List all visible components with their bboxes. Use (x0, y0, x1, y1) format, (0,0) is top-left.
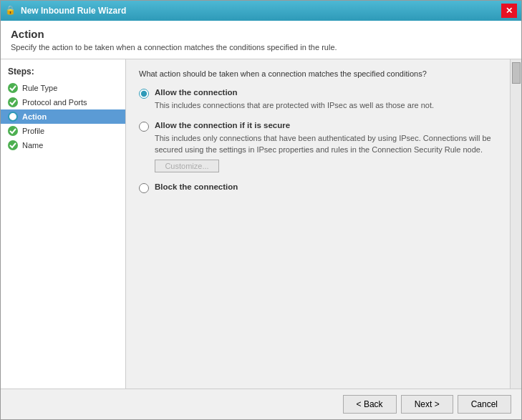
radio-group: Allow the connection This includes conne… (139, 88, 497, 193)
option-allow-secure: Allow the connection if it is secure Thi… (139, 121, 497, 172)
close-button[interactable]: ✕ (501, 4, 517, 18)
scrollbar[interactable] (510, 59, 521, 389)
desc-allow-secure: This includes only connections that have… (155, 133, 497, 155)
main-panel: What action should be taken when a conne… (126, 59, 510, 389)
step-label-profile: Profile (22, 127, 44, 135)
page-title: Action (11, 28, 511, 40)
footer: < Back Next > Cancel (1, 389, 521, 419)
content-area: Steps: Rule Type Protocol and Ports (1, 59, 521, 389)
label-block: Block the connection (155, 182, 238, 191)
window: 🔒 New Inbound Rule Wizard ✕ Action Speci… (0, 0, 522, 420)
radio-allow-secure[interactable] (139, 122, 149, 132)
sidebar-item-name[interactable]: Name (1, 138, 125, 152)
question-text: What action should be taken when a conne… (139, 69, 497, 78)
customize-button[interactable]: Customize... (155, 160, 219, 172)
step-label-action: Action (22, 112, 47, 121)
app-icon: 🔒 (5, 5, 16, 16)
desc-allow: This includes connections that are prote… (155, 100, 497, 111)
option-block: Block the connection (139, 182, 497, 193)
sidebar-item-profile[interactable]: Profile (1, 124, 125, 138)
title-bar-text: New Inbound Rule Wizard (21, 6, 126, 16)
check-icon (9, 127, 16, 135)
sidebar: Steps: Rule Type Protocol and Ports (1, 59, 126, 389)
radio-block[interactable] (139, 183, 149, 193)
step-dot-profile (8, 126, 18, 136)
label-allow: Allow the connection (155, 88, 238, 97)
step-label-rule-type: Rule Type (22, 84, 57, 92)
sidebar-item-action[interactable]: Action (1, 109, 125, 124)
step-dot-protocol-ports (8, 97, 18, 107)
header-section: Action Specify the action to be taken wh… (1, 21, 521, 59)
back-button[interactable]: < Back (343, 395, 397, 414)
option-allow-secure-row: Allow the connection if it is secure (139, 121, 497, 132)
check-icon (9, 142, 16, 149)
title-bar-left: 🔒 New Inbound Rule Wizard (5, 5, 126, 16)
cancel-button[interactable]: Cancel (458, 395, 511, 414)
step-dot-action (8, 112, 18, 122)
step-label-name: Name (22, 141, 43, 150)
step-dot-rule-type (8, 83, 18, 93)
step-dot-name (8, 140, 18, 150)
next-button[interactable]: Next > (401, 395, 453, 414)
check-icon (9, 84, 16, 92)
check-icon (9, 99, 16, 106)
radio-allow[interactable] (139, 89, 149, 99)
step-label-protocol-ports: Protocol and Ports (22, 98, 87, 107)
option-block-row: Block the connection (139, 182, 497, 193)
option-allow-row: Allow the connection (139, 88, 497, 99)
title-bar: 🔒 New Inbound Rule Wizard ✕ (1, 1, 521, 21)
header-description: Specify the action to be taken when a co… (11, 43, 511, 52)
scrollbar-thumb[interactable] (512, 62, 521, 84)
steps-label: Steps: (1, 67, 125, 81)
sidebar-item-rule-type[interactable]: Rule Type (1, 81, 125, 95)
label-allow-secure: Allow the connection if it is secure (155, 121, 290, 130)
option-allow: Allow the connection This includes conne… (139, 88, 497, 111)
sidebar-item-protocol-ports[interactable]: Protocol and Ports (1, 95, 125, 109)
